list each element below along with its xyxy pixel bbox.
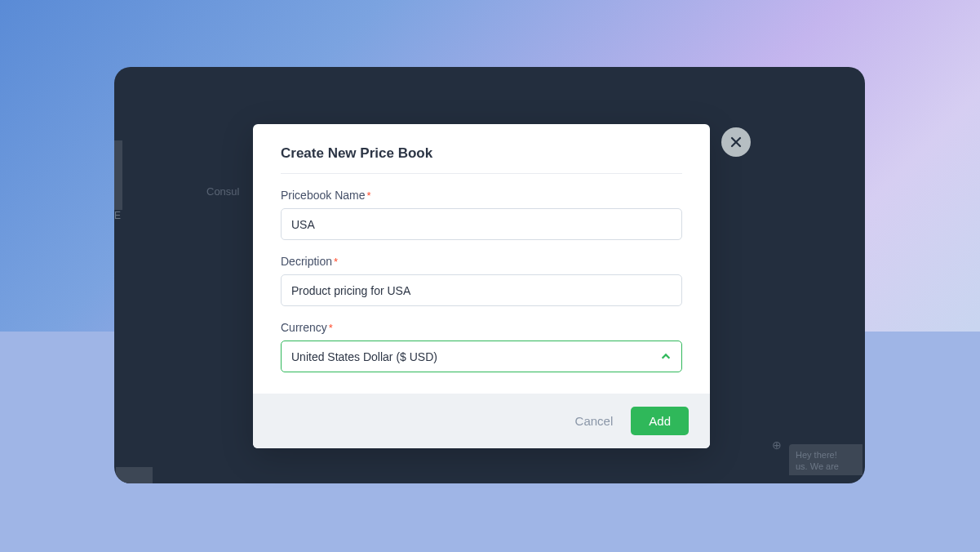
required-marker: * xyxy=(367,189,371,202)
sidebar-fragment xyxy=(114,140,122,210)
currency-select[interactable]: United States Dollar ($ USD) xyxy=(281,341,682,372)
required-marker: * xyxy=(334,256,338,268)
cancel-button[interactable]: Cancel xyxy=(575,414,614,428)
chat-widget-fragment: Hey there! us. We are xyxy=(789,444,862,475)
sidebar-letter-fragment: E xyxy=(114,210,121,221)
pricebook-name-label: Pricebook Name* xyxy=(281,189,682,202)
close-icon xyxy=(729,136,743,149)
modal-footer: Cancel Add xyxy=(253,394,710,448)
required-marker: * xyxy=(329,322,333,334)
description-input[interactable] xyxy=(281,274,682,306)
pricebook-name-input[interactable] xyxy=(281,208,682,240)
currency-selected-value: United States Dollar ($ USD) xyxy=(291,350,437,363)
circle-plus-icon: ⊕ xyxy=(772,438,782,452)
currency-label: Currency* xyxy=(281,321,682,334)
create-pricebook-modal: Create New Price Book Pricebook Name* De… xyxy=(253,124,710,448)
bottom-left-fragment xyxy=(116,467,153,483)
description-field: Decription* xyxy=(281,255,682,306)
pricebook-name-field: Pricebook Name* xyxy=(281,189,682,240)
currency-field: Currency* United States Dollar ($ USD) xyxy=(281,321,682,372)
modal-title: Create New Price Book xyxy=(281,145,682,174)
description-label: Decription* xyxy=(281,255,682,268)
chevron-up-icon xyxy=(660,351,672,363)
background-text-fragment: Consul xyxy=(206,185,239,198)
add-button[interactable]: Add xyxy=(631,407,689,435)
close-button[interactable] xyxy=(721,127,751,157)
